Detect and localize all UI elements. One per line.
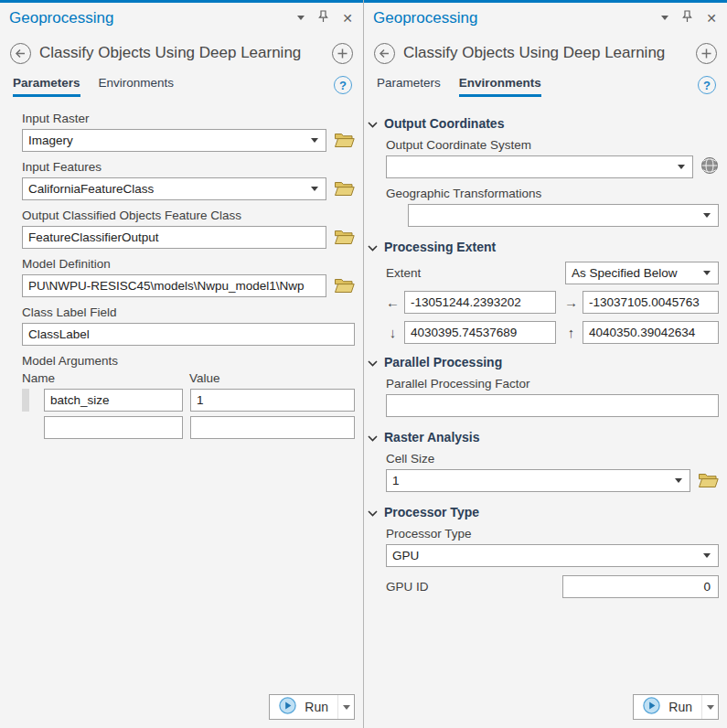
tab-bar: Parameters Environments ? — [364, 73, 727, 104]
pin-icon[interactable] — [318, 10, 328, 27]
combo-caret-icon — [675, 478, 682, 483]
tab-bar: Parameters Environments ? — [0, 73, 363, 104]
row-selector-handle — [22, 416, 29, 439]
section-title: Processing Extent — [384, 240, 496, 254]
panel-menu-caret-icon[interactable] — [297, 16, 305, 20]
gpu-id-input[interactable] — [562, 575, 719, 598]
add-to-project-button[interactable] — [332, 43, 353, 64]
add-to-project-button[interactable] — [696, 43, 717, 64]
close-icon[interactable]: ✕ — [342, 12, 353, 25]
field-label: Model Arguments — [22, 354, 355, 368]
folder-icon — [334, 228, 355, 248]
field-class-label: Class Label Field — [22, 305, 355, 346]
pin-icon[interactable] — [682, 10, 692, 27]
help-icon[interactable]: ? — [698, 76, 716, 94]
tab-environments[interactable]: Environments — [99, 76, 175, 97]
section-header-toggle[interactable]: Processor Type — [368, 500, 479, 527]
tab-environments[interactable]: Environments — [459, 76, 541, 97]
argument-value-input[interactable] — [190, 416, 355, 439]
input-raster-combobox[interactable]: Imagery — [22, 129, 326, 152]
browse-folder-button[interactable] — [698, 471, 719, 491]
run-options-caret[interactable] — [701, 695, 718, 719]
browse-folder-button[interactable] — [334, 131, 355, 151]
field-output-feature-class: Output Classified Objects Feature Class — [22, 209, 355, 249]
section-title: Parallel Processing — [384, 355, 502, 369]
extent-ymax-input[interactable] — [583, 321, 719, 344]
section-chevron-icon — [368, 240, 378, 254]
run-button-label: Run — [305, 700, 328, 714]
back-button[interactable] — [10, 43, 31, 64]
field-geographic-transformations: Geographic Transformations — [408, 187, 719, 227]
field-label: Input Raster — [22, 112, 355, 125]
combo-caret-icon — [703, 553, 711, 558]
run-play-icon — [279, 697, 296, 717]
close-icon[interactable]: ✕ — [706, 12, 717, 25]
section-header-toggle[interactable]: Output Coordinates — [368, 112, 504, 138]
panel-footer: Run — [364, 686, 727, 728]
section-chevron-icon — [368, 355, 378, 369]
tool-title: Classify Objects Using Deep Learning — [403, 44, 688, 62]
panel-title: Geoprocessing — [373, 9, 661, 27]
parameters-content: Input Raster Imagery Input Features Cali… — [0, 104, 363, 686]
section-output-coordinates: Output Coordinates Output Coordinate Sys… — [368, 112, 719, 227]
model-definition-input[interactable] — [22, 274, 326, 297]
folder-icon — [334, 131, 355, 151]
extent-label: Extent — [386, 266, 421, 280]
field-label: Output Classified Objects Feature Class — [22, 209, 355, 222]
combo-caret-icon — [311, 138, 318, 143]
panel-header: Geoprocessing ✕ — [0, 3, 363, 33]
section-header-toggle[interactable]: Processing Extent — [368, 235, 496, 262]
arrow-right-icon: → — [564, 294, 578, 310]
class-label-field-input[interactable] — [22, 323, 355, 346]
section-chevron-icon — [368, 505, 378, 519]
extent-xmin-input[interactable] — [404, 291, 556, 314]
argument-name-input[interactable] — [44, 416, 183, 439]
cell-size-combobox[interactable]: 1 — [386, 469, 690, 492]
row-selector-handle[interactable] — [22, 389, 29, 412]
combo-caret-icon — [678, 165, 685, 169]
geoprocessing-panel-parameters: Geoprocessing ✕ Classify Objects Using D… — [0, 0, 363, 728]
field-label: Input Features — [22, 160, 355, 174]
run-button[interactable]: Run — [634, 695, 701, 719]
browse-folder-button[interactable] — [334, 228, 355, 248]
field-input-features: Input Features CaliforniaFeatureClass — [22, 160, 355, 200]
parallel-processing-factor-input[interactable] — [386, 394, 719, 417]
folder-icon — [334, 276, 355, 296]
tool-header: Classify Objects Using Deep Learning — [0, 33, 363, 73]
extent-xmax-input[interactable] — [583, 291, 719, 314]
panel-title: Geoprocessing — [9, 9, 297, 27]
run-options-caret[interactable] — [337, 695, 354, 719]
section-header-toggle[interactable]: Parallel Processing — [368, 350, 502, 377]
panel-menu-caret-icon[interactable] — [661, 16, 668, 20]
arrow-left-icon: ← — [386, 294, 400, 310]
panel-header: Geoprocessing ✕ — [364, 3, 727, 33]
section-chevron-icon — [368, 430, 378, 444]
model-arguments-headers: Name Value — [22, 371, 355, 385]
run-button[interactable]: Run — [270, 695, 337, 719]
extent-mode-combobox[interactable]: As Specified Below — [565, 262, 719, 284]
browse-folder-button[interactable] — [334, 179, 355, 199]
argument-value-input[interactable] — [190, 389, 355, 412]
output-coordinate-system-combobox[interactable] — [386, 155, 693, 178]
section-header-toggle[interactable]: Raster Analysis — [368, 425, 480, 452]
argument-name-input[interactable] — [44, 389, 183, 412]
select-coordinate-system-button[interactable] — [700, 156, 719, 177]
tab-parameters[interactable]: Parameters — [13, 76, 80, 97]
processor-type-combobox[interactable]: GPU — [386, 544, 719, 567]
field-gpu-id: GPU ID — [386, 575, 719, 598]
tab-parameters[interactable]: Parameters — [377, 76, 441, 97]
run-button-label: Run — [668, 700, 692, 714]
tool-title: Classify Objects Using Deep Learning — [39, 44, 324, 62]
globe-icon — [700, 156, 719, 177]
browse-folder-button[interactable] — [334, 276, 355, 296]
extent-ymin-input[interactable] — [404, 321, 556, 344]
input-features-combobox[interactable]: CaliforniaFeatureClass — [22, 177, 326, 200]
help-icon[interactable]: ? — [334, 76, 352, 94]
back-button[interactable] — [374, 43, 395, 64]
section-title: Processor Type — [384, 505, 479, 519]
run-play-icon — [643, 697, 660, 717]
section-title: Output Coordinates — [384, 116, 504, 131]
section-title: Raster Analysis — [384, 430, 480, 444]
geographic-transformations-combobox[interactable] — [408, 204, 719, 227]
output-feature-class-input[interactable] — [22, 226, 326, 249]
